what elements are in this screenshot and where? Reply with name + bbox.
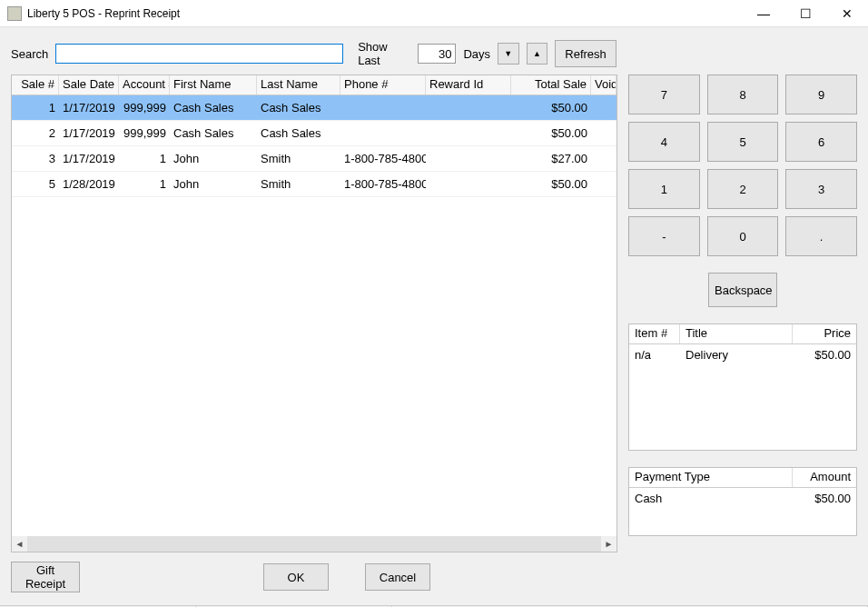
table-cell: $50.00 <box>511 101 591 114</box>
table-cell: 1-800-785-4800 <box>340 177 426 191</box>
col-phone[interactable]: Phone # <box>340 75 426 95</box>
col-payment-type[interactable]: Payment Type <box>629 468 793 487</box>
app-icon <box>7 6 22 21</box>
list-item[interactable]: Cash$50.00 <box>629 488 856 509</box>
backspace-row: Backspace <box>628 273 857 307</box>
table-cell: n/a <box>635 348 686 362</box>
content-area: Search Show Last Days ▼ ▲ Refresh Sale #… <box>0 27 868 605</box>
key-3[interactable]: 3 <box>785 169 857 209</box>
key-minus[interactable]: - <box>628 216 700 256</box>
left-column: Sale # Sale Date Account # First Name La… <box>11 75 617 552</box>
col-sale[interactable]: Sale # <box>12 75 59 95</box>
table-cell: 1 <box>12 101 59 114</box>
days-label: Days <box>463 47 490 61</box>
table-cell: $50.00 <box>511 126 591 140</box>
app-window: Liberty 5 POS - Reprint Receipt — ☐ ✕ Se… <box>0 0 868 607</box>
payments-grid: Payment Type Amount Cash$50.00 <box>628 467 857 536</box>
table-cell: $50.00 <box>511 177 591 191</box>
minimize-button[interactable]: — <box>743 0 784 27</box>
sales-grid: Sale # Sale Date Account # First Name La… <box>11 75 617 552</box>
key-7[interactable]: 7 <box>628 75 700 114</box>
key-9[interactable]: 9 <box>785 75 857 114</box>
table-cell: 1/28/2019 <box>59 177 119 191</box>
table-cell: Smith <box>257 152 340 165</box>
table-cell: John <box>170 152 257 165</box>
ok-button[interactable]: OK <box>263 563 329 591</box>
items-grid-body: n/aDelivery$50.00 <box>629 344 856 365</box>
table-cell: 2 <box>12 126 59 140</box>
window-title: Liberty 5 POS - Reprint Receipt <box>27 7 743 20</box>
table-cell: 1-800-785-4800 <box>340 152 426 165</box>
col-firstname[interactable]: First Name <box>170 75 257 95</box>
table-cell: Delivery <box>686 348 787 362</box>
key-2[interactable]: 2 <box>707 169 779 209</box>
close-button[interactable]: ✕ <box>826 0 868 27</box>
key-4[interactable]: 4 <box>628 122 700 162</box>
col-lastname[interactable]: Last Name <box>257 75 340 95</box>
spin-up-button[interactable]: ▲ <box>527 43 548 65</box>
table-row[interactable]: 31/17/20191JohnSmith1-800-785-4800$27.00 <box>12 146 616 172</box>
key-8[interactable]: 8 <box>707 75 779 114</box>
titlebar: Liberty 5 POS - Reprint Receipt — ☐ ✕ <box>0 0 868 27</box>
showlast-label: Show Last <box>358 40 410 67</box>
table-row[interactable]: 21/17/2019999,999Cash SalesCash Sales$50… <box>12 121 616 146</box>
table-row[interactable]: 11/17/2019999,999Cash SalesCash Sales$50… <box>12 95 616 121</box>
col-item-title[interactable]: Title <box>680 324 793 343</box>
toolbar: Search Show Last Days ▼ ▲ Refresh <box>0 27 868 75</box>
table-cell: Cash Sales <box>170 126 257 140</box>
table-cell: $27.00 <box>511 152 591 165</box>
spin-down-button[interactable]: ▼ <box>498 43 519 65</box>
table-cell: Cash Sales <box>257 101 340 114</box>
key-6[interactable]: 6 <box>785 122 857 162</box>
table-cell: Cash Sales <box>257 126 340 140</box>
items-grid: Item # Title Price n/aDelivery$50.00 <box>628 323 857 451</box>
table-cell: 1 <box>119 177 170 191</box>
table-cell: 1 <box>119 152 170 165</box>
maximize-button[interactable]: ☐ <box>784 0 826 27</box>
list-item[interactable]: n/aDelivery$50.00 <box>629 344 856 365</box>
col-total[interactable]: Total Sale <box>511 75 591 95</box>
scroll-left-icon[interactable]: ◄ <box>12 536 27 552</box>
table-cell: Cash <box>635 492 787 505</box>
table-row[interactable]: 51/28/20191JohnSmith1-800-785-4800$50.00 <box>12 172 616 197</box>
search-input[interactable] <box>55 44 343 64</box>
horizontal-scrollbar[interactable]: ◄ ► <box>12 536 616 552</box>
table-cell: $50.00 <box>787 492 851 505</box>
showlast-input[interactable] <box>418 44 456 64</box>
scroll-right-icon[interactable]: ► <box>601 536 616 552</box>
col-reward[interactable]: Reward Id <box>426 75 511 95</box>
table-cell: John <box>170 177 257 191</box>
items-grid-header: Item # Title Price <box>629 324 856 344</box>
payments-grid-body: Cash$50.00 <box>629 488 856 509</box>
table-cell: 999,999 <box>119 126 170 140</box>
key-5[interactable]: 5 <box>707 122 779 162</box>
key-1[interactable]: 1 <box>628 169 700 209</box>
table-cell: 3 <box>12 152 59 165</box>
table-cell: 1/17/2019 <box>59 152 119 165</box>
cancel-button[interactable]: Cancel <box>365 563 430 591</box>
table-cell: Cash Sales <box>170 101 257 114</box>
table-cell: 999,999 <box>119 101 170 114</box>
table-cell: Smith <box>257 177 340 191</box>
bottom-buttons: Gift Receipt OK Cancel <box>0 552 868 605</box>
col-item-num[interactable]: Item # <box>629 324 680 343</box>
main-row: Sale # Sale Date Account # First Name La… <box>0 75 868 552</box>
numeric-keypad: 7 8 9 4 5 6 1 2 3 - 0 . <box>628 75 857 256</box>
col-acct[interactable]: Account # <box>119 75 170 95</box>
col-void[interactable]: Void <box>591 75 616 95</box>
scroll-track[interactable] <box>27 536 601 552</box>
payments-grid-header: Payment Type Amount <box>629 468 856 488</box>
col-date[interactable]: Sale Date <box>59 75 119 95</box>
key-0[interactable]: 0 <box>707 216 779 256</box>
gift-receipt-button[interactable]: Gift Receipt <box>11 562 80 592</box>
col-item-price[interactable]: Price <box>793 324 856 343</box>
table-cell: 5 <box>12 177 59 191</box>
key-dot[interactable]: . <box>785 216 857 256</box>
table-cell: 1/17/2019 <box>59 126 119 140</box>
refresh-button[interactable]: Refresh <box>555 40 616 67</box>
col-payment-amount[interactable]: Amount <box>793 468 856 487</box>
table-cell: $50.00 <box>787 348 851 362</box>
sales-grid-header: Sale # Sale Date Account # First Name La… <box>12 75 616 95</box>
sales-grid-body: 11/17/2019999,999Cash SalesCash Sales$50… <box>12 95 616 197</box>
backspace-button[interactable]: Backspace <box>708 273 777 307</box>
